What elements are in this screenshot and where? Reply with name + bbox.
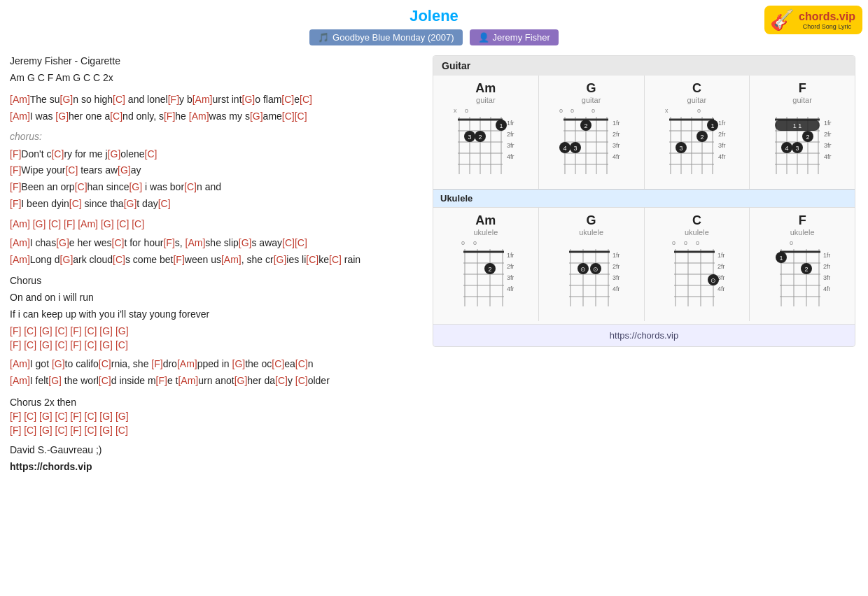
extra1: On and on i will run [10, 292, 424, 303]
person-icon: 👤 [478, 32, 489, 43]
song-title: Jolene [0, 7, 868, 25]
lyrics-line: [Am]I got [G]to califo[C]rnia, she [F]dr… [10, 356, 424, 373]
extra2: If i can keep up with you i'll stay youn… [10, 308, 424, 320]
am-guitar-diagram: x o [452, 104, 519, 181]
chord-line-5: [F] [C] [G] [C] [F] [C] [G] [C] [10, 425, 424, 436]
lyrics-line: [F]I been dyin[C] since tha[G]t day[C] [10, 196, 424, 213]
svg-text:2fr: 2fr [507, 131, 514, 138]
artist-label: Jeremy Fisher [493, 32, 550, 43]
svg-text:3fr: 3fr [824, 142, 832, 149]
f-ukulele-diagram: o 1fr 2fr 3fr [774, 236, 830, 313]
chord-am-guitar: Am guitar x o [433, 76, 539, 189]
song-key: Am G C F Am G C C 2x [10, 72, 424, 83]
svg-text:4fr: 4fr [612, 153, 620, 160]
svg-text:o: o [465, 107, 468, 114]
lyrics-line: [Am]The su[G]n so high[C] and lonel[F]y … [10, 92, 424, 108]
lyrics-panel: Jeremy Fisher - Cigarette Am G C F Am G … [7, 50, 427, 478]
song-meta: Jeremy Fisher - Cigarette [10, 55, 424, 66]
svg-text:1fr: 1fr [824, 120, 832, 127]
svg-text:3fr: 3fr [612, 142, 620, 149]
svg-text:1 1: 1 1 [792, 122, 802, 129]
svg-text:o: o [592, 107, 595, 114]
svg-text:4: 4 [564, 145, 567, 152]
album-label: Goodbye Blue Monday (2007) [332, 32, 454, 43]
svg-text:2: 2 [700, 134, 704, 141]
svg-text:1fr: 1fr [507, 120, 514, 127]
guitar-section-title: Guitar [433, 56, 855, 76]
svg-text:2fr: 2fr [823, 263, 830, 270]
svg-text:2: 2 [479, 134, 482, 141]
music-icon: 🎵 [318, 32, 329, 43]
footer-url[interactable]: https://chords.vip [10, 461, 424, 472]
c-ukulele-diagram: o o o 1fr [668, 236, 724, 313]
g-ukulele-diagram: 1fr 2fr 3fr 4fr ⊙ ⊙ [564, 236, 620, 313]
svg-text:4fr: 4fr [507, 285, 514, 292]
lyrics-line: [Am]Long d[G]ark cloud[C]s come bet[F]we… [10, 252, 424, 269]
svg-text:4fr: 4fr [718, 285, 724, 292]
svg-text:4fr: 4fr [823, 285, 830, 292]
svg-text:4fr: 4fr [507, 153, 514, 160]
chord-line-1: [Am] [G] [C] [F] [Am] [G] [C] [C] [10, 218, 424, 229]
lyrics-line: [Am]I was [G]her one a[C]nd only, s[F]he… [10, 108, 424, 125]
svg-text:4: 4 [785, 145, 788, 152]
artist-link[interactable]: 👤 Jeremy Fisher [470, 29, 559, 45]
svg-text:4fr: 4fr [824, 153, 832, 160]
svg-text:x: x [665, 107, 668, 114]
svg-text:⊙: ⊙ [710, 277, 716, 284]
g-guitar-diagram: o o o 1f [558, 104, 624, 181]
svg-text:1fr: 1fr [612, 120, 620, 127]
svg-text:1fr: 1fr [823, 252, 830, 259]
lyrics-line: [F]Been an orp[C]han since[G] i was bor[… [10, 179, 424, 196]
verse-2: [Am]I chas[G]e her wes[C]t for hour[F]s,… [10, 235, 424, 269]
chord-g-ukulele: G ukulele 1fr [539, 208, 645, 321]
svg-text:2fr: 2fr [612, 263, 620, 270]
svg-text:2fr: 2fr [718, 263, 724, 270]
svg-text:o: o [461, 239, 465, 246]
svg-text:o: o [684, 239, 687, 246]
svg-text:3fr: 3fr [612, 274, 620, 281]
chord-url[interactable]: https://chords.vip [433, 324, 855, 346]
chord-f-guitar: F guitar 1f [750, 76, 855, 189]
svg-text:3fr: 3fr [823, 274, 830, 281]
svg-text:4fr: 4fr [718, 153, 726, 160]
svg-text:2fr: 2fr [824, 131, 832, 138]
svg-text:o: o [790, 239, 793, 246]
svg-text:⊙: ⊙ [580, 266, 586, 273]
svg-text:1: 1 [780, 255, 783, 262]
svg-text:3: 3 [468, 134, 472, 141]
svg-text:1fr: 1fr [718, 252, 724, 259]
svg-text:o: o [672, 239, 676, 246]
logo-sub: Chord Song Lyric [799, 23, 855, 30]
lyrics-line: [Am]I felt[G] the worl[C]d inside m[F]e … [10, 373, 424, 390]
chord-g-guitar: G guitar o o o [539, 76, 645, 189]
album-link[interactable]: 🎵 Goodbye Blue Monday (2007) [309, 29, 462, 45]
logo: 🎸 chords.vip Chord Song Lyric [764, 6, 862, 34]
svg-text:3fr: 3fr [718, 142, 726, 149]
footer-credit: David S.-Gauvreau ;) [10, 444, 424, 455]
svg-text:2: 2 [806, 134, 809, 141]
header-links: 🎵 Goodbye Blue Monday (2007) 👤 Jeremy Fi… [0, 29, 868, 45]
svg-text:1fr: 1fr [718, 120, 726, 127]
chord-c-guitar: C guitar x o [645, 76, 750, 189]
chord-f-ukulele: F ukulele o [750, 208, 855, 321]
lyrics-line: [F]Don't c[C]ry for me j[G]olene[C] [10, 146, 424, 163]
page-header: Jolene 🎵 Goodbye Blue Monday (2007) 👤 Je… [0, 0, 868, 50]
svg-text:2: 2 [584, 122, 588, 129]
main-content: Jeremy Fisher - Cigarette Am G C F Am G … [0, 50, 868, 478]
chorus-section-label: chorus: [10, 131, 424, 142]
chord-am-ukulele: Am ukulele o o [433, 208, 539, 321]
verse-1: [Am]The su[G]n so high[C] and lonel[F]y … [10, 92, 424, 125]
chord-c-ukulele: C ukulele o o o [645, 208, 750, 321]
svg-text:⊙: ⊙ [593, 266, 598, 273]
svg-text:2: 2 [805, 266, 808, 273]
logo-text: chords.vip [799, 10, 855, 23]
svg-text:1: 1 [500, 122, 503, 129]
ukulele-section-title: Ukulele [433, 189, 855, 207]
svg-text:3fr: 3fr [507, 142, 514, 149]
chorus-lyrics: [F]Don't c[C]ry for me j[G]olene[C] [F]W… [10, 146, 424, 213]
svg-text:3: 3 [574, 145, 578, 152]
svg-text:4fr: 4fr [612, 285, 620, 292]
lyrics-line: [F]Wipe your[C] tears aw[G]ay [10, 162, 424, 179]
svg-text:3: 3 [679, 145, 682, 152]
svg-text:1: 1 [710, 122, 714, 129]
